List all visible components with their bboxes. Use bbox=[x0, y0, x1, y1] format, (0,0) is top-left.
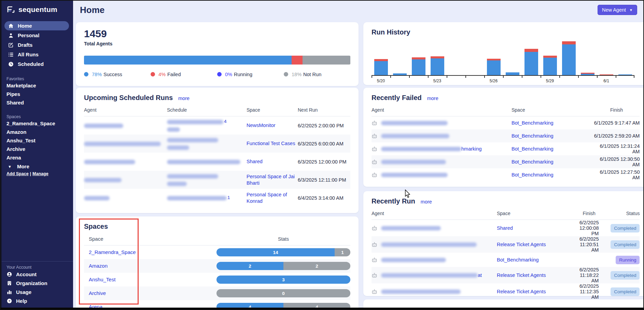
x-tick-label bbox=[503, 79, 522, 83]
space-link[interactable]: Anshu_Test bbox=[89, 276, 115, 283]
sidebar-item-marketplace[interactable]: Marketplace bbox=[2, 81, 73, 90]
failed-bar-segment bbox=[562, 41, 576, 44]
x-tick-label bbox=[409, 79, 428, 83]
run-history-bar-6-2 bbox=[616, 41, 634, 75]
space-link[interactable]: Bot_Benchmarking bbox=[512, 146, 554, 152]
space-link[interactable]: Bot_Benchmarking bbox=[512, 159, 554, 165]
space-link[interactable]: Personal Space of Konrad bbox=[247, 192, 298, 205]
edit-icon bbox=[8, 42, 14, 48]
upcoming-run-row[interactable]: Functional Test Cases 6/3/2025 6:00:00 A… bbox=[84, 135, 350, 153]
upcoming-run-row[interactable]: 4 NewsMonitor 6/2/2025 2:00:00 PM bbox=[84, 116, 350, 135]
space-stats-row[interactable]: Anshu_Test 3 bbox=[84, 273, 350, 286]
space-link[interactable]: 2_Ramendra_Space bbox=[89, 249, 136, 256]
sidebar-item-label: Drafts bbox=[18, 42, 32, 48]
recent-run-row[interactable]: Shared 6/2/2025 12:00:08 PM Completed bbox=[372, 220, 640, 236]
robot-icon bbox=[372, 289, 377, 295]
sidebar-item-2-ramendra-space[interactable]: 2_Ramendra_Space bbox=[2, 119, 73, 128]
space-link[interactable]: Amazon bbox=[89, 263, 108, 269]
space-link[interactable]: Release Ticket Agents bbox=[497, 288, 546, 295]
recent-run-row[interactable]: at Release Ticket Agents 6/2/2025 11:18:… bbox=[372, 267, 640, 283]
sidebar-item-shared[interactable]: Shared bbox=[2, 98, 73, 107]
legend-dot-icon bbox=[151, 72, 155, 76]
space-link[interactable]: Shared bbox=[497, 225, 513, 231]
sidebar-item-more[interactable]: ▼ More bbox=[2, 162, 73, 170]
space-link[interactable]: Functional Test Cases bbox=[247, 140, 295, 147]
clock-icon bbox=[8, 61, 14, 67]
upcoming-more-link[interactable]: more bbox=[178, 96, 190, 101]
sidebar-item-pipes[interactable]: Pipes bbox=[2, 90, 73, 98]
space-link[interactable]: Personal Space of Jai Bharti bbox=[247, 173, 298, 186]
list-icon bbox=[8, 52, 14, 58]
sidebar-item-drafts[interactable]: Drafts bbox=[4, 40, 69, 50]
space-stats-bar: 141 bbox=[216, 248, 350, 256]
sidebar-item-arena[interactable]: Arena bbox=[2, 153, 73, 162]
blurred-schedule-name bbox=[167, 196, 227, 200]
new-agent-button[interactable]: New Agent ▼ bbox=[598, 5, 637, 15]
sidebar-item-help[interactable]: ? Help bbox=[2, 296, 73, 305]
recently-run-more-link[interactable]: more bbox=[421, 199, 432, 205]
sidebar-item-anshu-test[interactable]: Anshu_Test bbox=[2, 136, 73, 145]
spaces-table-header: SpaceStats bbox=[84, 233, 350, 245]
stats-bar-segment: 3 bbox=[216, 276, 350, 284]
sidebar-item-label: Organization bbox=[16, 280, 47, 286]
failed-run-row[interactable]: Bot_Benchmarking 6/1/2025 12:30:50 AM bbox=[372, 155, 640, 168]
sidebar-item-archive[interactable]: Archive bbox=[2, 145, 73, 153]
account-section-label: Your Account bbox=[2, 265, 73, 270]
finish-time: 6/2/2025 11:18:22 AM bbox=[579, 267, 599, 283]
sidebar-item-organization[interactable]: Organization bbox=[2, 279, 73, 287]
space-stats-row[interactable]: Archive 0 bbox=[84, 286, 350, 300]
space-link[interactable]: Bot_Benchmarking bbox=[512, 133, 554, 139]
recently-run-table-header: AgentSpaceFinishStatus bbox=[372, 208, 640, 220]
run-history-bar-5-24 bbox=[447, 41, 465, 75]
sidebar-item-account[interactable]: Account bbox=[2, 270, 73, 279]
space-stats-bar: 22 bbox=[216, 262, 350, 270]
manage-link[interactable]: Manage bbox=[32, 171, 48, 176]
space-link[interactable]: Archive bbox=[89, 290, 106, 297]
column-header-space: Space bbox=[497, 211, 579, 216]
sidebar-item-usage[interactable]: Usage bbox=[2, 287, 73, 296]
column-header-stats: Stats bbox=[216, 236, 350, 242]
agent-name-suffix[interactable]: hmarking bbox=[461, 146, 482, 152]
space-link[interactable]: Bot_Benchmarking bbox=[512, 120, 554, 126]
space-link[interactable]: Release Ticket Agents bbox=[497, 272, 546, 279]
sidebar-item-label: Home bbox=[18, 23, 32, 29]
upcoming-run-row[interactable]: Personal Space of Jai Bharti 6/3/2025 12… bbox=[84, 171, 350, 189]
column-header-agent: Agent bbox=[372, 107, 512, 113]
recent-run-row[interactable]: Release Ticket Agents 6/2/2025 11:20:51 … bbox=[372, 236, 640, 253]
sidebar-item-personal[interactable]: Personal bbox=[4, 31, 69, 40]
next-run-time: 6/3/2025 12:11:00 PM bbox=[298, 177, 350, 183]
status-badge: Completed bbox=[611, 271, 640, 280]
agent-name-suffix[interactable]: at bbox=[478, 272, 482, 279]
blurred-agent-name bbox=[84, 196, 110, 200]
space-stats-row[interactable]: 2_Ramendra_Space 141 bbox=[84, 245, 350, 259]
recently-failed-more-link[interactable]: more bbox=[427, 96, 438, 101]
upcoming-run-row[interactable]: Shared 6/3/2025 12:00:00 PM bbox=[84, 153, 350, 171]
success-bar-segment bbox=[506, 72, 519, 75]
recent-run-row[interactable]: Bot_Benchmarking Running bbox=[372, 253, 640, 267]
failed-run-row[interactable]: Bot_Benchmarking 6/1/2025 2:59:20 AM bbox=[372, 129, 640, 142]
space-link[interactable]: Release Ticket Agents bbox=[497, 241, 546, 248]
space-stats-row[interactable]: Amazon 22 bbox=[84, 259, 350, 273]
blurred-agent-name bbox=[381, 273, 478, 278]
failed-run-row[interactable]: Bot_Benchmarking 6/1/2025 9:17:47 AM bbox=[372, 116, 640, 129]
column-header-next-run: Next Run bbox=[298, 107, 350, 113]
spaces-section-label: Spaces bbox=[2, 114, 73, 119]
blurred-agent-name bbox=[381, 160, 446, 164]
x-tick-label: 6/1 bbox=[597, 79, 616, 83]
failed-run-row[interactable]: hmarking Bot_Benchmarking 6/1/2025 12:31… bbox=[372, 142, 640, 155]
blurred-schedule-name bbox=[167, 127, 180, 132]
space-link[interactable]: NewsMonitor bbox=[247, 122, 276, 129]
space-link[interactable]: Shared bbox=[247, 158, 263, 165]
sidebar-item-all-runs[interactable]: All Runs bbox=[4, 50, 69, 59]
space-link[interactable]: Bot_Benchmarking bbox=[497, 257, 539, 263]
legend-item-success: 78% Success bbox=[84, 72, 151, 77]
space-link[interactable]: Bot_Benchmarking bbox=[512, 172, 554, 178]
upcoming-run-row[interactable]: 1 Personal Space of Konrad 6/4/2025 3:14… bbox=[84, 189, 350, 207]
sidebar-item-scheduled[interactable]: Scheduled bbox=[4, 59, 69, 69]
run-history-bar-5-26 bbox=[484, 41, 503, 75]
sidebar-item-home[interactable]: Home bbox=[4, 21, 69, 30]
add-space-link[interactable]: Add Space bbox=[6, 171, 29, 176]
failed-run-row[interactable]: Bot_Benchmarking 6/1/2025 12:27:50 AM bbox=[372, 168, 640, 181]
recent-run-row[interactable]: Release Ticket Agents 6/2/2025 11:12:35 … bbox=[372, 283, 640, 300]
sidebar-item-amazon[interactable]: Amazon bbox=[2, 128, 73, 136]
